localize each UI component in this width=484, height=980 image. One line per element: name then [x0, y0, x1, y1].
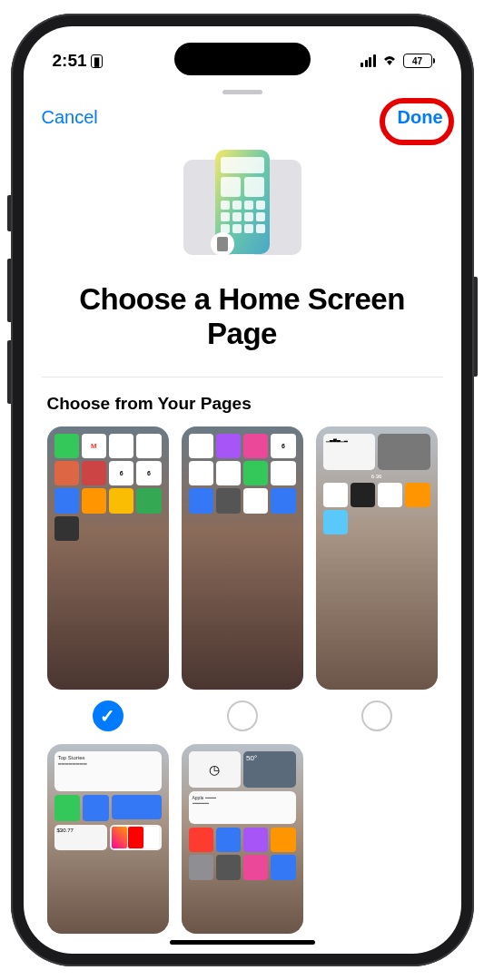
page-thumbnail: M 66	[47, 426, 169, 690]
phone-frame: 2:51 ▮ 47 Cancel Done	[11, 14, 474, 966]
battery-icon: 47	[403, 54, 432, 68]
page-thumbnail: ◷ 50° Apple ━━━━━━━━━━	[182, 744, 303, 933]
page-option-2[interactable]: 6	[182, 426, 303, 731]
page-title: Choose a Home Screen Page	[24, 282, 461, 351]
hw-volume-up	[7, 259, 11, 322]
widget-battery	[378, 434, 430, 470]
done-button[interactable]: Done	[398, 107, 443, 128]
cancel-button[interactable]: Cancel	[42, 107, 98, 128]
svg-rect-3	[221, 157, 264, 173]
svg-rect-15	[232, 224, 242, 233]
widget-news: Apple ━━━━━━━━━━	[189, 791, 296, 824]
checkmark-icon: ✓	[100, 705, 115, 727]
svg-rect-6	[221, 201, 230, 210]
hw-power-button	[474, 277, 478, 377]
nav-bar: Cancel Done	[24, 100, 461, 139]
page-selector[interactable]	[227, 701, 258, 731]
svg-rect-16	[244, 224, 253, 233]
page-option-1[interactable]: M 66 ✓	[47, 426, 169, 731]
hero-icon	[24, 146, 461, 264]
page-thumbnail: ▁▃▅▃▁▂ 6·36	[316, 426, 438, 690]
status-time: 2:51	[53, 51, 87, 71]
focus-indicator-icon: ▮	[91, 54, 103, 68]
section-label: Choose from Your Pages	[24, 394, 461, 414]
hw-volume-down	[7, 340, 11, 404]
widget-news: Top Stories━━━━━━━━	[54, 751, 162, 791]
svg-rect-7	[232, 201, 242, 210]
divider	[42, 377, 443, 377]
svg-rect-10	[221, 212, 230, 221]
page-thumbnail: 6	[182, 426, 303, 690]
pages-grid: M 66 ✓ 6	[24, 426, 461, 934]
dynamic-island	[174, 43, 311, 75]
wifi-icon	[381, 51, 398, 71]
svg-rect-12	[244, 212, 253, 221]
page-option-3[interactable]: ▁▃▅▃▁▂ 6·36	[316, 426, 438, 731]
svg-rect-13	[256, 212, 265, 221]
sheet-grabber[interactable]	[222, 90, 262, 94]
page-option-5[interactable]: ◷ 50° Apple ━━━━━━━━━━	[182, 744, 303, 933]
svg-rect-9	[256, 201, 265, 210]
hw-silence-switch	[7, 195, 11, 231]
svg-rect-19	[217, 237, 228, 251]
svg-rect-5	[244, 177, 264, 197]
battery-percent: 47	[412, 56, 422, 66]
svg-rect-11	[232, 212, 242, 221]
page-option-4[interactable]: Top Stories━━━━━━━━ $30.77	[47, 744, 169, 933]
page-selector-checked[interactable]: ✓	[93, 701, 123, 731]
svg-rect-8	[244, 201, 253, 210]
page-thumbnail: Top Stories━━━━━━━━ $30.77	[47, 744, 169, 933]
svg-rect-4	[221, 177, 241, 197]
svg-rect-17	[256, 224, 265, 233]
cellular-signal-icon	[361, 54, 376, 67]
svg-rect-14	[221, 224, 230, 233]
widget-sleep: ▁▃▅▃▁▂	[323, 434, 376, 470]
home-indicator[interactable]	[170, 940, 315, 945]
page-selector[interactable]	[361, 701, 392, 731]
screen: 2:51 ▮ 47 Cancel Done	[24, 26, 461, 954]
